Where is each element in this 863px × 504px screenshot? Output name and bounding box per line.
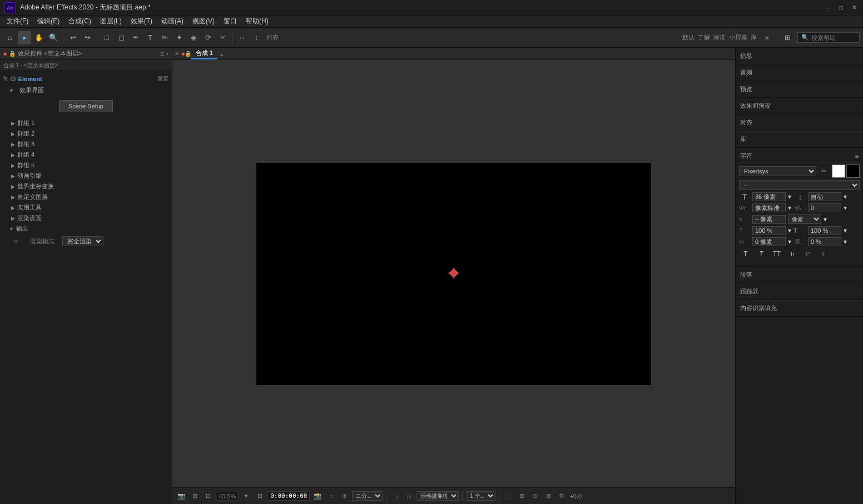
render-btn[interactable]: □ xyxy=(503,491,514,502)
circle-btn[interactable]: ○ xyxy=(325,491,336,502)
menu-composition[interactable]: 合成(C) xyxy=(64,16,96,27)
tracker-title[interactable]: 跟踪器 xyxy=(736,286,863,297)
shape-tool-2[interactable]: ◻ xyxy=(115,31,128,44)
region-button[interactable]: ⊡ xyxy=(202,491,214,502)
grid-3d-btn[interactable]: ⊞ xyxy=(543,491,554,502)
menu-help[interactable]: 帮助(H) xyxy=(241,16,273,27)
comp-tab-1[interactable]: 合成 1 xyxy=(191,48,217,59)
brush-tool[interactable]: ✏ xyxy=(158,31,171,44)
world-coord-row[interactable]: ▶ 世界坐标变换 xyxy=(0,181,172,192)
menu-file[interactable]: 文件(F) xyxy=(2,16,33,27)
menu-edit[interactable]: 编辑(E) xyxy=(33,16,64,27)
workspace-small[interactable]: 小屏幕 xyxy=(729,33,747,42)
content-fill-title[interactable]: 内容识别填充 xyxy=(736,302,863,314)
close-button[interactable]: ✕ xyxy=(850,3,859,12)
zoom-dropdown[interactable]: ▾ xyxy=(241,491,252,502)
font-size-input[interactable] xyxy=(752,192,786,201)
timecode-display[interactable]: 0:00:00:00 xyxy=(267,491,310,501)
text-tool[interactable]: T xyxy=(143,31,157,44)
pencil-icon[interactable]: ✏ xyxy=(819,166,830,177)
view-select[interactable]: 1 个... xyxy=(466,491,495,501)
zoom-display[interactable]: 40.5% xyxy=(216,492,239,501)
redo-button[interactable]: ↪ xyxy=(81,31,94,44)
align-btn-2[interactable]: ↕ xyxy=(250,31,263,44)
camera-select[interactable]: 活动摄像机 xyxy=(416,491,459,501)
more-workspaces[interactable]: » xyxy=(760,31,773,44)
audio-title[interactable]: 音频 xyxy=(736,67,863,78)
menu-window[interactable]: 窗口 xyxy=(219,16,241,27)
extension-btn[interactable]: ⊞ xyxy=(781,31,794,44)
render-settings-row[interactable]: ▶ 渲染设置 xyxy=(0,213,172,223)
fill-color-swatch[interactable] xyxy=(832,164,845,178)
leading-input[interactable] xyxy=(808,192,841,201)
anim-engine-row[interactable]: ▶ 动画引擎 xyxy=(0,171,172,181)
menu-effect[interactable]: 效果(T) xyxy=(126,16,157,27)
caps-button[interactable]: TT xyxy=(770,248,783,260)
info-title[interactable]: 信息 xyxy=(736,50,863,62)
camera-shutter[interactable]: 📸 xyxy=(312,491,323,502)
stroke-select[interactable]: 像素 xyxy=(788,214,821,224)
settings-btn[interactable]: ⚙ xyxy=(556,491,567,502)
eraser-tool[interactable]: ◈ xyxy=(187,31,200,44)
shape-tool-1[interactable]: □ xyxy=(100,31,113,44)
preview-title[interactable]: 预览 xyxy=(736,83,863,95)
scene-interface-row[interactable]: ▼ · 效果界面 xyxy=(0,85,172,96)
font-style-select[interactable]: – xyxy=(739,180,860,190)
kerning-input[interactable] xyxy=(752,203,786,212)
library-title[interactable]: 库 xyxy=(736,133,863,145)
color-btn[interactable]: ⊕ xyxy=(339,491,350,502)
bold-button[interactable]: T xyxy=(739,248,752,260)
stroke-input[interactable] xyxy=(752,215,786,224)
stroke-color-swatch[interactable] xyxy=(846,164,860,178)
sub-button[interactable]: T, xyxy=(817,248,830,260)
maximize-button[interactable]: □ xyxy=(836,3,845,12)
output-section-row[interactable]: ▼ 输出 xyxy=(0,223,172,234)
scene-setup-button[interactable]: Scene Setup xyxy=(59,100,113,112)
workspace-learn[interactable]: 了解 xyxy=(698,33,710,42)
util-tools-row[interactable]: ▶ 实用工具 xyxy=(0,202,172,213)
home-button[interactable]: ⌂ xyxy=(3,31,17,44)
menu-animation[interactable]: 动画(A) xyxy=(157,16,188,27)
workspace-standard[interactable]: 标准 xyxy=(713,33,726,42)
menu-layer[interactable]: 图层(L) xyxy=(96,16,126,27)
comp-tab-menu[interactable]: ≡ xyxy=(220,51,223,57)
effects-presets-title[interactable]: 效果和预设 xyxy=(736,100,863,112)
menu-view[interactable]: 视图(V) xyxy=(188,16,219,27)
character-title[interactable]: 字符 xyxy=(740,152,752,160)
render-mode-select[interactable]: 完全渲染 无线框 xyxy=(62,236,103,246)
paragraph-title[interactable]: 段落 xyxy=(736,269,863,281)
undo-button[interactable]: ↩ xyxy=(66,31,80,44)
pixel-ratio-2[interactable]: □ xyxy=(403,491,414,502)
effect-controls-tab[interactable]: 效果控件 <空文本图层> xyxy=(18,49,82,58)
char-menu-icon[interactable]: ≡ xyxy=(855,153,859,159)
font-family-select[interactable]: Fixedsys xyxy=(739,166,816,176)
fit-button[interactable]: ⊞ xyxy=(254,491,265,502)
workspace-default[interactable]: 默认 xyxy=(682,33,695,42)
search-help-input[interactable] xyxy=(811,34,856,41)
pen-tool[interactable]: ✒ xyxy=(129,31,142,44)
panel-expand-icon[interactable]: › xyxy=(166,50,168,58)
group-5-row[interactable]: ▶ 群组 5 xyxy=(0,160,172,171)
zoom-tool[interactable]: 🔍 xyxy=(47,31,60,44)
3d-btn[interactable]: ⊞ xyxy=(516,491,527,502)
italic-button[interactable]: T xyxy=(755,248,768,260)
group-3-row[interactable]: ▶ 群组 3 xyxy=(0,139,172,149)
clone-tool[interactable]: ✦ xyxy=(172,31,186,44)
roto-tool[interactable]: ✂ xyxy=(216,31,229,44)
small-caps-button[interactable]: Tr xyxy=(786,248,799,260)
custom-shapes-row[interactable]: ▶ 自定义图层 xyxy=(0,192,172,202)
hand-tool[interactable]: ✋ xyxy=(32,31,46,44)
puppet-tool[interactable]: ⟳ xyxy=(201,31,215,44)
minimize-button[interactable]: ─ xyxy=(823,3,832,12)
group-1-row[interactable]: ▶ 群组 1 xyxy=(0,118,172,128)
select-tool[interactable]: ▸ xyxy=(18,31,31,44)
baseline-input[interactable] xyxy=(752,237,786,246)
super-button[interactable]: T° xyxy=(801,248,815,260)
comp-tab-close[interactable]: ✕ xyxy=(175,51,179,57)
group-4-row[interactable]: ▶ 群组 4 xyxy=(0,149,172,160)
preview-viewport[interactable] xyxy=(172,60,735,487)
align-btn-1[interactable]: ↔ xyxy=(235,31,249,44)
snapshot-button[interactable]: 📷 xyxy=(176,491,187,502)
workspace-library[interactable]: 库 xyxy=(751,33,757,42)
reset-label[interactable]: 重置 xyxy=(157,75,168,83)
